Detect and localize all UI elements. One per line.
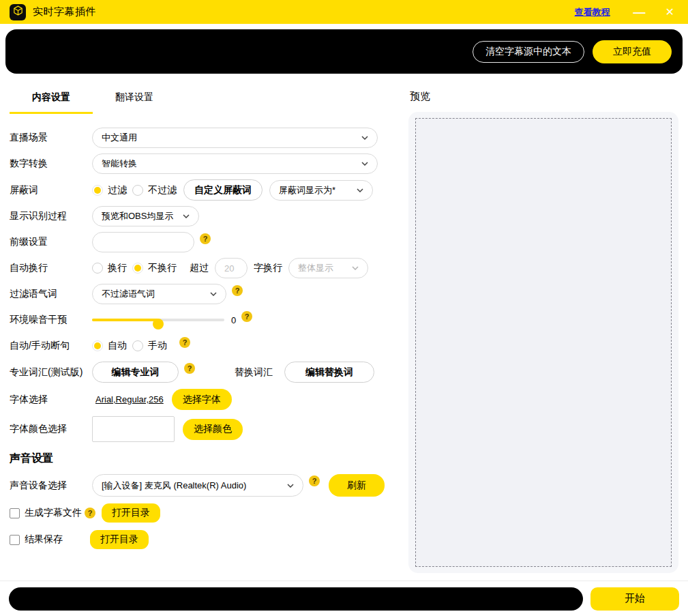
radio-no-wrap[interactable]: 不换行 — [132, 262, 177, 274]
prefix-label: 前缀设置 — [10, 236, 92, 248]
wrap-unit-label: 字换行 — [254, 262, 282, 274]
start-button[interactable]: 开始 — [590, 587, 679, 611]
status-display-pill — [9, 587, 583, 611]
subtitle-source-banner: 清空字幕源中的文本 立即充值 — [5, 29, 683, 74]
font-color-row: 字体颜色选择 选择颜色 — [10, 416, 389, 442]
filler-filter-select[interactable]: 不过滤语气词 — [92, 284, 226, 304]
slider-fill — [92, 319, 158, 321]
prefix-help-icon[interactable]: ? — [200, 233, 211, 244]
close-icon[interactable]: ✕ — [665, 7, 674, 18]
font-color-label: 字体颜色选择 — [10, 423, 92, 435]
open-result-dir-button[interactable]: 打开目录 — [90, 530, 149, 549]
radio-auto[interactable]: 自动 — [92, 340, 127, 352]
result-save-label: 结果保存 — [25, 533, 90, 546]
wrap-display-mode-select[interactable]: 整体显示 — [288, 258, 368, 278]
radio-selected-icon — [92, 340, 103, 351]
number-convert-value: 智能转换 — [102, 158, 137, 170]
sentence-break-help-icon[interactable]: ? — [179, 337, 190, 348]
refresh-device-button[interactable]: 刷新 — [329, 474, 385, 497]
radio-selected-icon — [132, 263, 143, 274]
preview-title: 预览 — [410, 90, 678, 103]
pro-vocab-help-icon[interactable]: ? — [184, 363, 195, 374]
radio-manual[interactable]: 手动 — [132, 340, 167, 352]
number-convert-label: 数字转换 — [10, 158, 92, 170]
subtitle-file-row: 生成字幕文件 ? 打开目录 — [10, 503, 389, 523]
main-content: 内容设置 翻译设置 直播场景 中文通用 数字转换 智能转换 — [0, 74, 688, 573]
noise-help-icon[interactable]: ? — [241, 311, 252, 322]
recognition-display-row: 显示识别过程 预览和OBS均显示 — [10, 206, 389, 226]
filler-filter-help-icon[interactable]: ? — [232, 285, 243, 296]
sound-device-row: 声音设备选择 [输入设备] 麦克风 (Realtek(R) Audio) ? 刷… — [10, 474, 389, 497]
edit-replace-vocab-button[interactable]: 编辑替换词 — [284, 362, 374, 383]
filler-filter-row: 过滤语气词 不过滤语气词 ? — [10, 284, 389, 304]
sound-device-select[interactable]: [输入设备] 麦克风 (Realtek(R) Audio) — [92, 474, 303, 497]
live-scene-value: 中文通用 — [102, 132, 137, 144]
live-scene-label: 直播场景 — [10, 132, 92, 144]
radio-wrap[interactable]: 换行 — [92, 262, 127, 274]
prefix-input[interactable] — [92, 232, 194, 252]
pro-vocab-label: 专业词汇(测试版) — [10, 366, 92, 379]
preview-section: 预览 — [389, 74, 678, 573]
recognition-display-value: 预览和OBS均显示 — [102, 210, 173, 222]
tab-translation-settings[interactable]: 翻译设置 — [93, 91, 176, 114]
result-save-row: 结果保存 打开目录 — [10, 529, 389, 550]
noise-row: 环境噪音干预 0 ? — [10, 310, 389, 330]
chevron-down-icon — [352, 266, 359, 270]
chevron-down-icon — [361, 162, 368, 166]
sentence-break-label: 自动/手动断句 — [10, 340, 92, 352]
font-color-input[interactable] — [92, 416, 175, 442]
radio-unselected-icon — [132, 340, 143, 351]
sound-device-help-icon[interactable]: ? — [309, 475, 320, 486]
tab-content-settings[interactable]: 内容设置 — [10, 91, 93, 114]
sentence-break-radios: 自动 手动 — [92, 340, 167, 352]
replace-vocab-label: 替换词汇 — [235, 366, 273, 379]
font-select-row: 字体选择 Arial,Regular,256 选择字体 — [10, 389, 389, 410]
prefix-row: 前缀设置 ? — [10, 232, 389, 252]
recognition-display-select[interactable]: 预览和OBS均显示 — [92, 206, 199, 226]
chevron-down-icon — [210, 292, 217, 296]
cube-icon — [12, 5, 24, 19]
exceed-count-input[interactable] — [215, 258, 248, 278]
radio-filter[interactable]: 过滤 — [92, 184, 127, 196]
blocked-words-label: 屏蔽词 — [10, 184, 92, 196]
blocked-words-display-select[interactable]: 屏蔽词显示为* — [269, 180, 373, 201]
sentence-break-row: 自动/手动断句 自动 手动 ? — [10, 336, 389, 356]
radio-selected-icon — [92, 185, 103, 196]
font-select-label: 字体选择 — [10, 394, 92, 406]
choose-font-button[interactable]: 选择字体 — [172, 389, 232, 410]
number-convert-select[interactable]: 智能转换 — [92, 153, 378, 174]
preview-container — [408, 112, 678, 573]
blocked-words-radios: 过滤 不过滤 — [92, 184, 177, 196]
app-logo — [10, 4, 26, 20]
radio-unselected-icon — [92, 263, 103, 274]
chevron-down-icon — [361, 136, 368, 140]
sound-settings-title: 声音设置 — [10, 452, 389, 466]
minimize-icon[interactable]: — — [633, 6, 645, 18]
open-subtitle-dir-button[interactable]: 打开目录 — [102, 503, 160, 523]
radio-manual-label: 手动 — [148, 340, 167, 352]
settings-tabs: 内容设置 翻译设置 — [10, 91, 389, 114]
blocked-words-row: 屏蔽词 过滤 不过滤 自定义屏蔽词 屏蔽词显示为* — [10, 179, 389, 201]
tutorial-link[interactable]: 查看教程 — [575, 6, 610, 18]
live-scene-select[interactable]: 中文通用 — [92, 128, 378, 148]
pro-vocab-row: 专业词汇(测试版) 编辑专业词 ? 替换词汇 编辑替换词 — [10, 362, 389, 383]
noise-value: 0 — [231, 315, 236, 325]
slider-thumb-handle[interactable] — [153, 319, 164, 329]
radio-no-filter-label: 不过滤 — [148, 184, 177, 196]
exceed-label: 超过 — [190, 262, 209, 274]
chevron-down-icon — [357, 188, 363, 192]
edit-pro-vocab-button[interactable]: 编辑专业词 — [92, 362, 179, 383]
recharge-button[interactable]: 立即充值 — [593, 40, 672, 63]
noise-slider[interactable] — [92, 314, 224, 325]
current-font-link[interactable]: Arial,Regular,256 — [95, 394, 164, 405]
auto-wrap-row: 自动换行 换行 不换行 超过 字换行 整体显示 — [10, 258, 389, 278]
result-save-checkbox[interactable] — [10, 535, 20, 545]
clear-subtitle-text-button[interactable]: 清空字幕源中的文本 — [473, 41, 584, 63]
sound-device-label: 声音设备选择 — [10, 480, 92, 492]
radio-no-filter[interactable]: 不过滤 — [132, 184, 177, 196]
radio-unselected-icon — [132, 185, 143, 196]
subtitle-file-checkbox[interactable] — [10, 508, 20, 518]
custom-blocked-words-button[interactable]: 自定义屏蔽词 — [183, 179, 263, 201]
choose-color-button[interactable]: 选择颜色 — [183, 419, 243, 440]
subtitle-file-help-icon[interactable]: ? — [85, 508, 95, 518]
